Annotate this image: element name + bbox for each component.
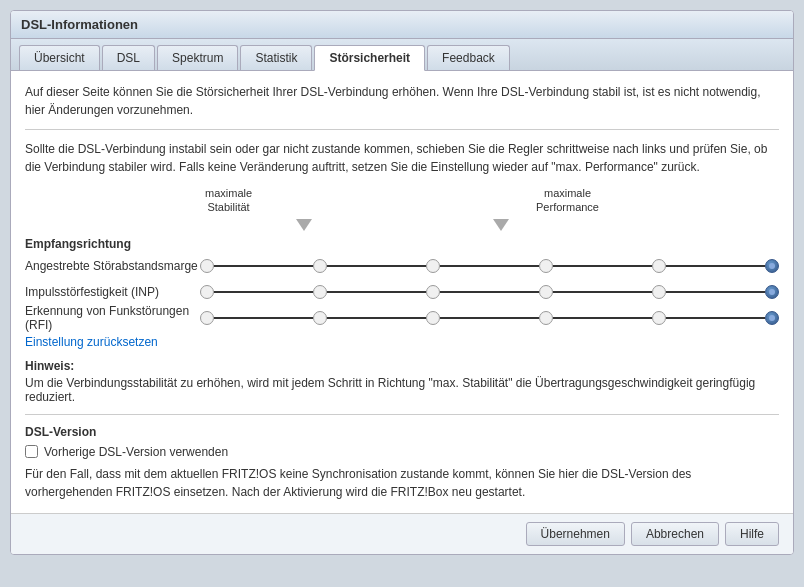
slider-row-3: Erkennung von Funkstörungen (RFI) [25,307,779,329]
track-2-5 [666,291,765,293]
info-block-1: Auf dieser Seite können Sie die Störsich… [25,83,779,119]
cancel-button[interactable]: Abbrechen [631,522,719,546]
dsl-version-title: DSL-Version [25,425,779,439]
track-1-1 [214,265,313,267]
row-label-1: Angestrebte Störabstandsmarge [25,259,200,273]
dsl-version-checkbox[interactable] [25,445,38,458]
dsl-version-description: Für den Fall, dass mit dem aktuellen FRI… [25,465,779,501]
tab-statistik[interactable]: Statistik [240,45,312,70]
track-2-1 [214,291,313,293]
radio-2-1[interactable] [200,285,214,299]
track-3-2 [327,317,426,319]
divider-2 [25,414,779,415]
radio-1-4[interactable] [539,259,553,273]
track-3-1 [214,317,313,319]
radio-3-1[interactable] [200,311,214,325]
hint-section: Hinweis: Um die Verbindungsstabilität zu… [25,359,779,404]
radio-3-2[interactable] [313,311,327,325]
radio-3-5[interactable] [652,311,666,325]
label-max-stabilitaet: maximaleStabilität [205,186,252,215]
track-3-5 [666,317,765,319]
save-button[interactable]: Übernehmen [526,522,625,546]
help-button[interactable]: Hilfe [725,522,779,546]
tab-stoersicherheit[interactable]: Störsicherheit [314,45,425,71]
radio-2-4[interactable] [539,285,553,299]
track-1-4 [553,265,652,267]
footer-buttons: Übernehmen Abbrechen Hilfe [11,513,793,554]
divider-1 [25,129,779,130]
dsl-version-checkbox-row: Vorherige DSL-Version verwenden [25,445,779,459]
radio-2-6[interactable] [765,285,779,299]
slider-row-2: Impulsstörfestigkeit (INP) [25,281,779,303]
radio-1-2[interactable] [313,259,327,273]
empfangsrichtung-title: Empfangsrichtung [25,237,779,251]
radio-1-3[interactable] [426,259,440,273]
arrow-left [296,219,312,231]
radio-3-4[interactable] [539,311,553,325]
tab-bar: Übersicht DSL Spektrum Statistik Störsic… [11,39,793,71]
arrow-right [493,219,509,231]
radio-3-6[interactable] [765,311,779,325]
row-label-2: Impulsstörfestigkeit (INP) [25,285,200,299]
radio-2-3[interactable] [426,285,440,299]
radio-1-5[interactable] [652,259,666,273]
radio-2-5[interactable] [652,285,666,299]
radio-track-3 [200,311,779,325]
row-label-3: Erkennung von Funkstörungen (RFI) [25,304,200,332]
track-3-4 [553,317,652,319]
info-block-2: Sollte die DSL-Verbindung instabil sein … [25,140,779,176]
window: DSL-Informationen Übersicht DSL Spektrum… [10,10,794,555]
track-2-4 [553,291,652,293]
tab-dsl[interactable]: DSL [102,45,155,70]
track-3-3 [440,317,539,319]
window-title: DSL-Informationen [11,11,793,39]
track-2-2 [327,291,426,293]
track-1-3 [440,265,539,267]
slider-section: maximaleStabilität maximalePerformance E… [25,186,779,349]
info-text-2: Sollte die DSL-Verbindung instabil sein … [25,140,779,176]
tab-feedback[interactable]: Feedback [427,45,510,70]
label-max-performance: maximalePerformance [536,186,599,215]
radio-3-3[interactable] [426,311,440,325]
dsl-version-checkbox-label: Vorherige DSL-Version verwenden [44,445,228,459]
track-2-3 [440,291,539,293]
slider-row-1: Angestrebte Störabstandsmarge [25,255,779,277]
radio-2-2[interactable] [313,285,327,299]
info-text-1: Auf dieser Seite können Sie die Störsich… [25,83,779,119]
radio-track-2 [200,285,779,299]
dsl-version-section: DSL-Version Vorherige DSL-Version verwen… [25,425,779,501]
arrow-row [25,219,779,231]
reset-link[interactable]: Einstellung zurücksetzen [25,335,158,349]
radio-track-1 [200,259,779,273]
main-content: Auf dieser Seite können Sie die Störsich… [11,71,793,513]
hint-title: Hinweis: [25,359,779,373]
track-1-5 [666,265,765,267]
tab-uebersicht[interactable]: Übersicht [19,45,100,70]
radio-1-1[interactable] [200,259,214,273]
radio-1-6[interactable] [765,259,779,273]
slider-labels: maximaleStabilität maximalePerformance [25,186,779,215]
tab-spektrum[interactable]: Spektrum [157,45,238,70]
track-1-2 [327,265,426,267]
hint-text: Um die Verbindungsstabilität zu erhöhen,… [25,376,779,404]
